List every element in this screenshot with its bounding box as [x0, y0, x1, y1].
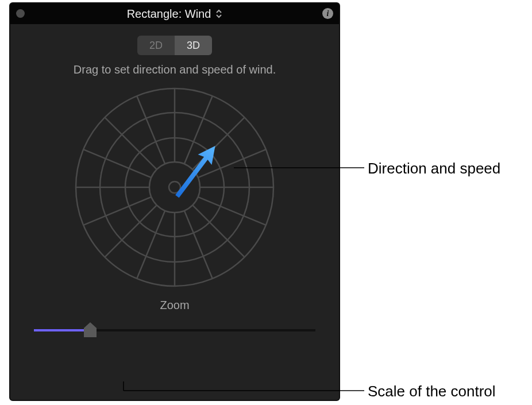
callout-lines — [0, 0, 532, 405]
callout-arrow-label: Direction and speed — [368, 160, 500, 178]
callout-slider-label: Scale of the control — [368, 383, 496, 400]
